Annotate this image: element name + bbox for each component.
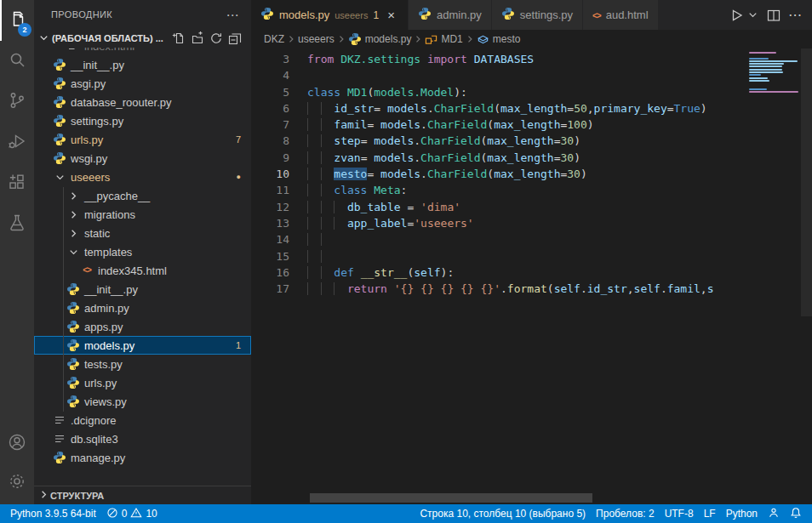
code-line-15[interactable]: 15 [251,248,812,264]
run-dropdown-icon[interactable] [745,7,761,23]
tree-file-.dcignore[interactable]: .dcignore [34,411,251,429]
status-label: Строка 10, столбец 10 (выбрано 5) [420,508,586,520]
tree-item-label: __pycache__ [84,190,150,202]
tree-file-database_roouter.py[interactable]: database_roouter.py [34,93,251,111]
status-encoding[interactable]: UTF-8 [660,504,699,523]
tab-settings.py[interactable]: settings.py [492,0,583,30]
activity-item-testing[interactable] [0,204,34,245]
python-file-icon [53,77,66,90]
code-line-14[interactable]: 14 [251,231,812,247]
tree-file-settings.py[interactable]: settings.py [34,111,251,130]
tree-file-wsgi.py[interactable]: wsgi.py [34,149,251,168]
code-line-5[interactable]: 5class MD1(models.Model): [251,84,812,100]
sidebar-title-row: ПРОВОДНИК ⋯ [34,0,251,29]
code-line-12[interactable]: 12 db_table = 'dima' [251,199,812,215]
tree-folder-static[interactable]: static [34,224,251,242]
activity-item-explorer[interactable]: 2 [0,0,34,41]
split-editor-icon[interactable] [764,6,783,25]
vertical-scrollbar[interactable] [801,48,812,316]
code-line-6[interactable]: 6 id_str= models.CharField(max_length=50… [251,100,812,117]
code-line-13[interactable]: 13 app_label='useeers' [251,215,812,231]
tree-file-tests.py[interactable]: tests.py [34,355,251,373]
tab-close-icon[interactable]: × [384,8,398,22]
tree-item-label: settings.py [71,115,123,128]
outline-section-header[interactable]: СТРУКТУРА [34,486,251,504]
status-bar-right: Строка 10, столбец 10 (выбрано 5)Пробело… [415,504,807,523]
tree-file-urls.py[interactable]: urls.py [34,373,251,392]
code-editor[interactable]: 3from DKZ.settings import DATABASES45cla… [251,48,812,504]
activity-item-accounts[interactable] [0,424,34,463]
tab-aud.html[interactable]: <>aud.html [583,0,659,30]
code-line-11[interactable]: 11 class Meta: [251,182,812,198]
tree-file-index345.html[interactable]: <>index345.html [34,261,251,280]
new-file-icon[interactable] [171,31,186,46]
tree-file-db.sqlite3[interactable]: db.sqlite3 [34,429,251,448]
tree-item-label: asgi.py [71,77,106,90]
status-cursor-position[interactable]: Строка 10, столбец 10 (выбрано 5) [415,504,591,523]
breadcrumb-mesto[interactable]: mesto [477,33,521,46]
breadcrumb-DKZ[interactable]: DKZ [264,33,284,45]
new-folder-icon[interactable] [190,31,205,46]
horizontal-scrollbar[interactable] [310,493,592,503]
minimap[interactable] [749,52,800,94]
breadcrumb-MD1[interactable]: MD1 [425,33,462,46]
tree-folder-templates[interactable]: templates [34,242,251,261]
code-line-3[interactable]: 3from DKZ.settings import DATABASES [251,51,812,67]
refresh-explorer-icon[interactable] [209,31,224,46]
status-language-mode[interactable]: Python [721,504,763,523]
code-line-8[interactable]: 8 step= models.CharField(max_length=30) [251,133,812,149]
status-feedback[interactable] [763,504,785,523]
tab-badge: 1 [373,9,379,21]
tree-file-urls.py[interactable]: urls.py7 [34,130,251,149]
activity-item-search[interactable] [0,41,34,82]
activity-item-extensions[interactable] [0,163,34,204]
sidebar-title: ПРОВОДНИК [51,9,112,20]
tab-admin.py[interactable]: admin.py [409,0,492,30]
run-debug-icon [7,131,27,155]
tree-file-models.py[interactable]: models.py1 [34,336,251,355]
status-python-interpreter[interactable]: Python 3.9.5 64-bit [5,504,101,523]
explorer-more-actions-icon[interactable]: ⋯ [226,9,239,21]
tree-file-__init__.py[interactable]: __init__.py [34,280,251,298]
tree-file-index.html[interactable]: index.html [34,48,251,55]
status-problems[interactable]: 010 [101,504,163,523]
tree-file-asgi.py[interactable]: asgi.py [34,74,251,93]
tree-file-__init__.py[interactable]: __init__.py [34,55,251,74]
code-line-4[interactable]: 4 [251,67,812,83]
tab-bar: models.pyuseeers1×admin.pysettings.py<>a… [251,0,812,30]
tree-file-views.py[interactable]: views.py [34,392,251,411]
breadcrumb-useeers[interactable]: useeers [298,33,335,45]
html-tag-icon: <> [80,264,94,277]
tree-folder-migrations[interactable]: migrations [34,205,251,224]
code-line-17[interactable]: 17 return '{} {} {} {} {}'.format(self.i… [251,281,812,297]
run-python-file-icon[interactable] [726,5,746,26]
line-number: 13 [251,215,289,231]
status-indentation[interactable]: Пробелов: 2 [591,504,660,523]
collapse-folders-icon[interactable] [227,31,243,46]
line-number: 14 [251,231,289,247]
tab-label: aud.html [606,9,649,21]
code-line-9[interactable]: 9 zvan= models.CharField(max_length=30) [251,150,812,166]
activity-item-source-control[interactable] [0,82,34,122]
tree-file-apps.py[interactable]: apps.py [34,317,251,336]
python-file-icon [53,451,66,464]
code-line-7[interactable]: 7 famil= models.CharField(max_length=100… [251,117,812,133]
tree-folder-useeers[interactable]: useeers● [34,168,251,186]
tree-file-manage.py[interactable]: manage.py [34,448,251,467]
breadcrumb-label: DKZ [264,33,284,45]
activity-item-run-and-debug[interactable] [0,122,34,163]
breadcrumb-models.py[interactable]: models.py [348,32,412,46]
line-number: 6 [251,100,289,117]
tab-models.py[interactable]: models.pyuseeers1× [251,0,409,30]
more-actions-icon[interactable]: ⋯ [786,7,803,24]
code-line-10[interactable]: 10 mesto= models.CharField(max_length=30… [251,166,812,182]
status-notifications[interactable] [785,504,807,523]
activity-item-manage[interactable] [0,463,34,503]
minimap-line [749,88,767,90]
workspace-section-header[interactable]: (РАБОЧАЯ ОБЛАСТЬ) ... [34,29,251,48]
status-eol[interactable]: LF [699,504,721,523]
code-line-16[interactable]: 16 def __str__(self): [251,264,812,281]
tree-file-admin.py[interactable]: admin.py [34,298,251,317]
breadcrumbs: DKZuseeersmodels.pyMD1mesto [251,30,812,48]
tree-folder-__pycache__[interactable]: __pycache__ [34,186,251,205]
